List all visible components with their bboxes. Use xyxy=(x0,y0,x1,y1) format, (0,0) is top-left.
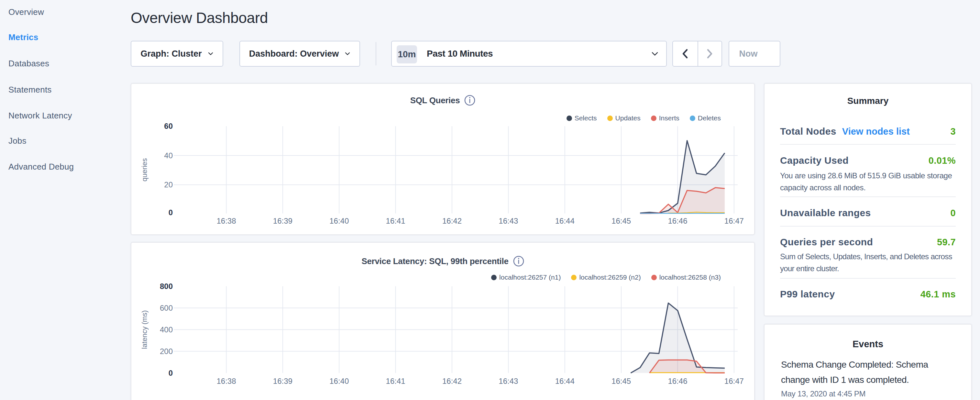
svg-text:16:42: 16:42 xyxy=(442,377,462,386)
svg-text:40: 40 xyxy=(164,151,173,160)
svg-text:latency (ms): latency (ms) xyxy=(140,310,148,349)
svg-text:16:43: 16:43 xyxy=(499,377,518,386)
svg-text:16:43: 16:43 xyxy=(499,217,518,225)
svg-text:60: 60 xyxy=(164,122,173,131)
svg-text:600: 600 xyxy=(160,304,173,312)
svg-text:16:38: 16:38 xyxy=(216,217,236,225)
svg-text:queries: queries xyxy=(140,158,148,182)
svg-text:200: 200 xyxy=(160,347,173,356)
svg-text:16:40: 16:40 xyxy=(329,217,349,225)
svg-text:0: 0 xyxy=(169,369,173,377)
svg-text:800: 800 xyxy=(160,282,173,291)
svg-text:16:41: 16:41 xyxy=(386,377,406,386)
svg-text:16:45: 16:45 xyxy=(611,377,631,386)
svg-text:16:46: 16:46 xyxy=(668,217,687,225)
svg-text:16:44: 16:44 xyxy=(555,377,574,386)
svg-text:16:45: 16:45 xyxy=(611,217,631,225)
svg-text:16:47: 16:47 xyxy=(724,377,744,386)
svg-text:16:41: 16:41 xyxy=(386,217,406,225)
svg-text:20: 20 xyxy=(164,180,173,189)
svg-text:16:42: 16:42 xyxy=(442,217,462,225)
svg-text:16:40: 16:40 xyxy=(329,377,349,386)
svg-text:16:46: 16:46 xyxy=(668,377,687,386)
svg-text:16:44: 16:44 xyxy=(555,217,574,225)
svg-text:400: 400 xyxy=(160,325,173,334)
svg-text:16:47: 16:47 xyxy=(724,217,744,225)
svg-text:16:39: 16:39 xyxy=(273,377,293,386)
svg-text:0: 0 xyxy=(169,208,173,217)
svg-text:16:39: 16:39 xyxy=(273,217,293,225)
svg-text:16:38: 16:38 xyxy=(216,377,236,386)
